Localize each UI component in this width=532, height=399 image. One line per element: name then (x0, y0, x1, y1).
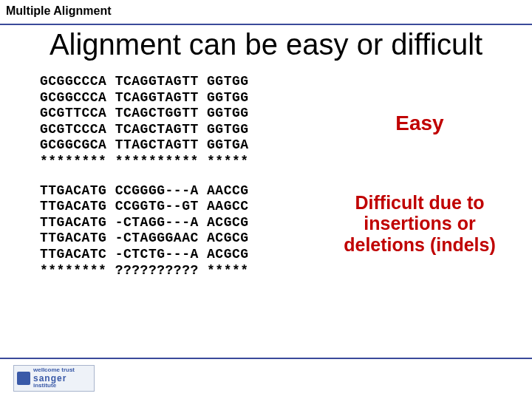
alignment-column: GCGGCCCA TCAGGTAGTT GGTGG GCGGCCCA TCAGG… (40, 74, 328, 279)
slide-title: Alignment can be easy or difficult (15, 28, 517, 61)
title-area: Alignment can be easy or difficult (0, 25, 532, 71)
alignment-block-easy: GCGGCCCA TCAGGTAGTT GGTGG GCGGCCCA TCAGG… (40, 74, 328, 170)
logo-text: wellcome trust sanger institute (33, 367, 75, 389)
logo-sub-text: institute (33, 383, 75, 389)
header-label: Multiple Alignment (6, 4, 526, 18)
logo-mark-icon (17, 372, 30, 385)
content-row: GCGGCCCA TCAGGTAGTT GGTGG GCGGCCCA TCAGG… (0, 71, 532, 279)
footer-logo: wellcome trust sanger institute (13, 365, 95, 392)
label-difficult: Difficult due to insertions or deletions… (328, 192, 511, 256)
alignment-block-difficult: TTGACATG CCGGGG---A AACCG TTGACATG CCGGT… (40, 183, 328, 279)
footer-rule (0, 358, 532, 359)
header-band: Multiple Alignment (0, 0, 532, 25)
label-easy: Easy (395, 112, 443, 135)
labels-column: Easy Difficult due to insertions or dele… (328, 74, 525, 279)
